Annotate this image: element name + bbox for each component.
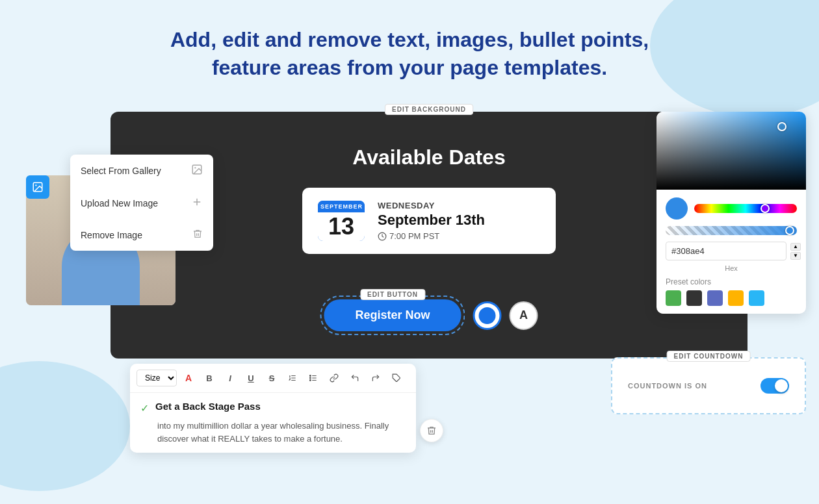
dropdown-item-upload[interactable]: Upload New Image (70, 187, 213, 220)
countdown-panel: EDIT COUNTDOWN COUNTDOWN IS ON (611, 357, 806, 414)
register-button-outer: EDIT BUTTON Register Now (320, 296, 465, 335)
svg-point-15 (309, 380, 311, 381)
opacity-thumb (785, 226, 794, 235)
countdown-toggle[interactable] (760, 378, 789, 394)
register-btn-border: Register Now (320, 296, 465, 335)
bold-text: Get a Back Stage Pass (155, 401, 261, 412)
date-time: 7:00 PM PST (378, 231, 540, 241)
text-button-circle[interactable]: A (510, 301, 538, 330)
bold-button[interactable]: B (200, 369, 218, 387)
tag-button[interactable] (387, 369, 406, 387)
trash-icon (192, 229, 203, 242)
color-picker-main-row (666, 197, 797, 220)
color-button-circle[interactable] (473, 301, 502, 330)
dropdown-item-gallery[interactable]: Select From Gallery (70, 155, 213, 187)
hex-row: ▲ ▼ (666, 242, 797, 260)
text-content: ✓ Get a Back Stage Pass into my multimil… (130, 393, 416, 453)
check-icon: ✓ (140, 402, 149, 414)
header: Add, edit and remove text, images, bulle… (0, 0, 819, 101)
strikethrough-button[interactable]: S (263, 369, 281, 387)
preset-swatch-dark[interactable] (686, 290, 702, 306)
italic-button[interactable]: I (221, 369, 239, 387)
current-color-swatch (666, 197, 688, 220)
text-editor: Size 12 14 16 18 24 A B I U S (130, 364, 416, 453)
font-color-button[interactable]: A (179, 369, 198, 387)
delete-button[interactable] (420, 419, 443, 442)
edit-button-label: EDIT BUTTON (360, 289, 425, 300)
countdown-row: COUNTDOWN IS ON (628, 378, 789, 394)
plus-icon (191, 196, 203, 210)
page-title: Add, edit and remove text, images, bulle… (65, 26, 754, 82)
svg-point-13 (309, 375, 311, 377)
toolbar: Size 12 14 16 18 24 A B I U S (130, 364, 416, 393)
preset-swatch-indigo[interactable] (707, 290, 723, 306)
edit-countdown-label: EDIT COUNTDOWN (667, 351, 751, 362)
color-picker-controls: ▲ ▼ Hex Preset colors (656, 190, 806, 314)
hex-arrows: ▲ ▼ (790, 243, 801, 260)
svg-point-3 (194, 167, 196, 168)
date-weekday: WEDNESDAY (378, 201, 540, 210)
edit-background-label: EDIT BACKGROUND (385, 104, 473, 115)
underline-button[interactable]: U (242, 369, 260, 387)
opacity-slider[interactable] (666, 226, 797, 235)
unordered-list-button[interactable] (304, 369, 322, 387)
gradient-picker-dot (777, 122, 786, 131)
calendar-block: SEPTEMBER 13 (318, 201, 365, 241)
clock-icon (378, 232, 387, 241)
toggle-knob (775, 379, 788, 392)
date-card: SEPTEMBER 13 WEDNESDAY September 13th 7:… (302, 188, 556, 254)
countdown-text: COUNTDOWN IS ON (628, 382, 707, 390)
rainbow-thumb (760, 204, 770, 213)
size-dropdown[interactable]: Size 12 14 16 18 24 (136, 370, 177, 386)
text-item-bold: ✓ Get a Back Stage Pass (140, 401, 406, 414)
normal-text: into my multimillion dollar a year whole… (157, 420, 406, 445)
hex-label: Hex (666, 264, 797, 272)
undo-button[interactable] (346, 369, 364, 387)
image-icon (32, 181, 44, 193)
color-gradient[interactable] (656, 112, 806, 190)
preset-swatches (666, 290, 797, 306)
calendar-month: SEPTEMBER (318, 201, 365, 212)
date-info: WEDNESDAY September 13th 7:00 PM PST (378, 201, 540, 241)
svg-point-1 (35, 184, 36, 186)
dropdown-item-upload-label: Upload New Image (81, 198, 158, 208)
hex-input[interactable] (666, 242, 786, 260)
dropdown-menu: Select From Gallery Upload New Image Rem… (70, 155, 213, 251)
preset-swatch-green[interactable] (666, 290, 681, 306)
trash-icon (426, 425, 437, 436)
color-fill (479, 307, 496, 324)
image-icon (191, 164, 203, 178)
calendar-day: 13 (318, 212, 365, 241)
redo-button[interactable] (367, 369, 385, 387)
hex-arrow-up[interactable]: ▲ (790, 243, 801, 251)
preset-swatch-cyan[interactable] (749, 290, 764, 306)
register-button-wrapper: EDIT BUTTON Register Now A (320, 296, 538, 335)
rainbow-slider[interactable] (694, 204, 797, 213)
dropdown-item-remove[interactable]: Remove Image (70, 220, 213, 251)
hex-arrow-down[interactable]: ▼ (790, 252, 801, 260)
svg-point-14 (309, 377, 311, 379)
dropdown-item-gallery-label: Select From Gallery (81, 166, 161, 176)
image-icon-button[interactable] (26, 175, 49, 199)
register-button[interactable]: Register Now (324, 299, 461, 331)
dropdown-item-remove-label: Remove Image (81, 230, 142, 240)
ordered-list-button[interactable] (283, 369, 302, 387)
date-full: September 13th (378, 212, 540, 229)
color-picker: ▲ ▼ Hex Preset colors (656, 112, 806, 314)
preset-colors-label: Preset colors (666, 277, 797, 286)
preset-swatch-amber[interactable] (728, 290, 744, 306)
content-area: Select From Gallery Upload New Image Rem… (0, 110, 819, 504)
link-button[interactable] (325, 369, 343, 387)
